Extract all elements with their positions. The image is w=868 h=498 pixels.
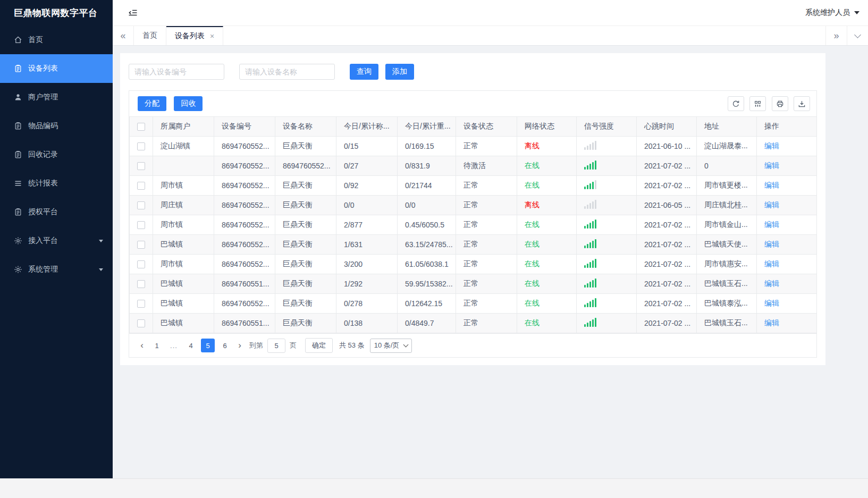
cell-address: 巴城镇泰泓... [697, 294, 757, 314]
gear-icon [13, 265, 22, 274]
row-checkbox[interactable] [137, 241, 145, 249]
cell-address: 0 [697, 156, 757, 176]
edit-link[interactable]: 编辑 [764, 161, 779, 170]
edit-link[interactable]: 编辑 [764, 220, 779, 229]
edit-link[interactable]: 编辑 [764, 318, 779, 327]
sidebar-item-merchant-management[interactable]: 商户管理 [0, 83, 113, 112]
cell-device-status: 正常 [456, 215, 517, 235]
recycle-button[interactable]: 回收 [174, 96, 203, 111]
table-row: 巴城镇 8694760552... 巨鼎天衡 0/278 0/12642.15 … [130, 294, 817, 314]
row-checkbox[interactable] [137, 162, 145, 170]
close-icon[interactable] [210, 32, 214, 40]
pagination: 1...456 到第 页 确定 共 53 条 10 条/页 [129, 333, 816, 357]
select-all-checkbox[interactable] [137, 123, 145, 131]
row-checkbox[interactable] [137, 280, 145, 288]
cell-operations: 编辑 [757, 215, 817, 235]
row-checkbox[interactable] [137, 142, 145, 150]
sidebar-item-statistics-report[interactable]: 统计报表 [0, 169, 113, 198]
chevron-right-icon [238, 340, 241, 351]
col-operations: 操作 [757, 117, 817, 137]
tab-device-list[interactable]: 设备列表 [166, 26, 223, 45]
page-number-5[interactable]: 5 [201, 339, 215, 352]
edit-link[interactable]: 编辑 [764, 279, 779, 288]
cell-device-no: 8694760552... [214, 156, 275, 176]
cell-merchant: 周市镇 [153, 176, 214, 196]
col-signal: 信号强度 [577, 117, 637, 137]
page-number-4[interactable]: 4 [184, 339, 198, 352]
horizontal-scrollbar-track[interactable] [0, 478, 868, 498]
row-checkbox[interactable] [137, 201, 145, 209]
page-unit-label: 页 [290, 341, 297, 350]
cell-device-no: 8694760552... [214, 176, 275, 196]
cell-heartbeat: 2021-06-05 ... [637, 196, 697, 215]
row-checkbox[interactable] [137, 221, 145, 229]
edit-link[interactable]: 编辑 [764, 181, 779, 189]
edit-link[interactable]: 编辑 [764, 259, 779, 268]
tabs-scroll-right-button[interactable] [825, 26, 847, 45]
edit-link[interactable]: 编辑 [764, 299, 779, 307]
print-button[interactable] [772, 96, 788, 111]
signal-strength-icon [584, 200, 596, 209]
device-name-input[interactable] [239, 64, 335, 80]
cell-weight: 0.45/6050.5 [398, 215, 456, 235]
refresh-button[interactable] [728, 96, 744, 111]
network-status: 离线 [525, 200, 540, 209]
sidebar-item-access-platform[interactable]: 接入平台 [0, 226, 113, 255]
tab-home[interactable]: 首页 [134, 26, 166, 45]
columns-icon [754, 100, 762, 108]
network-status: 在线 [525, 161, 540, 170]
user-menu[interactable]: 系统维护人员 [805, 8, 859, 18]
network-status: 在线 [525, 299, 540, 307]
cell-device-name: 巨鼎天衡 [275, 294, 336, 314]
row-checkbox[interactable] [137, 260, 145, 268]
cell-signal [577, 176, 637, 196]
confirm-button[interactable]: 确定 [305, 338, 333, 353]
row-checkbox[interactable] [137, 319, 145, 327]
edit-link[interactable]: 编辑 [764, 141, 779, 150]
row-checkbox[interactable] [137, 182, 145, 190]
tabs-menu-button[interactable] [847, 26, 868, 45]
table-row: 周庄镇 8694760552... 巨鼎天衡 0/0 0/0 正常 离线 202… [130, 196, 817, 215]
cell-address: 周市镇更楼... [697, 176, 757, 196]
sidebar-item-home[interactable]: 首页 [0, 26, 113, 54]
sidebar-fold-icon[interactable] [128, 7, 138, 18]
sidebar-item-device-list[interactable]: 设备列表 [0, 54, 113, 83]
add-button[interactable]: 添加 [385, 64, 414, 80]
cell-heartbeat: 2021-07-02 ... [637, 314, 697, 333]
device-no-input[interactable] [129, 64, 224, 80]
page-number-6[interactable]: 6 [218, 339, 232, 352]
table-row: 周市镇 8694760552... 巨鼎天衡 3/200 61.05/6038.… [130, 255, 817, 274]
chevron-down-icon [403, 342, 409, 348]
cell-address: 淀山湖晟泰... [697, 137, 757, 156]
assign-button[interactable]: 分配 [138, 96, 166, 111]
query-button[interactable]: 查询 [350, 64, 378, 80]
cell-count: 0/278 [336, 294, 398, 314]
cell-weight: 0/0 [398, 196, 456, 215]
sidebar-item-system-management[interactable]: 系统管理 [0, 255, 113, 284]
sidebar-item-recycle-records[interactable]: 回收记录 [0, 140, 113, 169]
goto-label: 到第 [249, 341, 263, 350]
cell-merchant: 周庄镇 [153, 196, 214, 215]
columns-button[interactable] [749, 96, 766, 111]
cell-network-status: 在线 [517, 156, 577, 176]
sidebar-item-item-coding[interactable]: 物品编码 [0, 112, 113, 140]
edit-link[interactable]: 编辑 [764, 200, 779, 209]
next-page-button[interactable] [233, 339, 246, 352]
col-device-name: 设备名称 [275, 117, 336, 137]
page-number-1[interactable]: 1 [150, 339, 164, 352]
list-icon [13, 179, 22, 188]
prev-page-button[interactable] [136, 339, 148, 352]
cell-weight: 0/21744 [398, 176, 456, 196]
app-logo: 巨鼎物联网数字平台 [0, 0, 113, 26]
page-size-select[interactable]: 10 条/页 [370, 339, 412, 353]
tabs-scroll-left-button[interactable] [113, 26, 134, 45]
total-count: 共 53 条 [339, 341, 365, 350]
goto-page-input[interactable] [267, 339, 285, 353]
cell-signal [577, 235, 637, 255]
download-button[interactable] [794, 96, 810, 111]
edit-link[interactable]: 编辑 [764, 240, 779, 248]
table-row: 巴城镇 8694760551... 巨鼎天衡 1/292 59.95/15382… [130, 274, 817, 294]
sidebar-item-authorization-platform[interactable]: 授权平台 [0, 198, 113, 226]
row-checkbox[interactable] [137, 300, 145, 308]
cell-signal [577, 294, 637, 314]
